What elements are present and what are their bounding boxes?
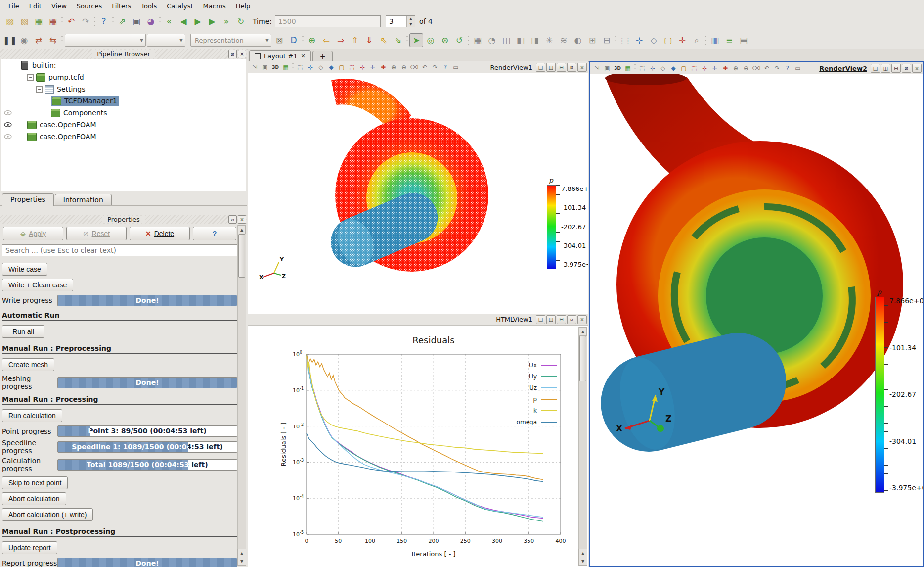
render-view-1[interactable]: X Y Z p 7.866e+00 -101.34 -202.67 xyxy=(248,73,588,314)
new-layout-tab[interactable]: + xyxy=(312,51,333,61)
search-input[interactable] xyxy=(2,244,237,256)
maximize-view-icon[interactable]: □ xyxy=(871,64,880,73)
hover-points-icon[interactable]: ✚ xyxy=(720,63,730,73)
tree-row-case-openfoam-1[interactable]: case.OpenFOAM xyxy=(1,119,246,131)
select-frustum-points-icon[interactable]: ◆ xyxy=(326,62,336,72)
favorites-icon[interactable]: ⇄ xyxy=(32,33,45,47)
screenshot-icon[interactable]: ▣ xyxy=(130,14,143,28)
menu-view[interactable]: View xyxy=(47,1,71,11)
split-vertical-icon[interactable]: ⊟ xyxy=(557,315,566,324)
color-palette-icon[interactable]: ◕ xyxy=(144,14,158,28)
color-legend-icon[interactable]: ▥ xyxy=(708,33,722,47)
tab-properties[interactable]: Properties xyxy=(2,193,54,206)
tree-row-pump-tcfd[interactable]: − pump.tcfd xyxy=(1,71,246,83)
export-scene-icon[interactable]: ⇲ xyxy=(250,62,260,72)
write-clean-case-button[interactable]: Write + Clean case xyxy=(2,279,73,291)
collapse-icon[interactable]: − xyxy=(36,86,43,93)
zoom-to-box-icon[interactable]: ⌕ xyxy=(690,33,704,47)
pause-icon[interactable]: ❚❚ xyxy=(3,33,17,47)
color-by-combo[interactable]: ▼ xyxy=(65,34,146,47)
interactive-select-points-icon[interactable]: ⊹ xyxy=(357,62,367,72)
question-icon[interactable]: ? xyxy=(783,63,792,73)
html-view[interactable]: 10010-110-210-310-410-505010015020025030… xyxy=(248,325,588,567)
separate-color-map-icon[interactable]: ▤ xyxy=(737,33,750,47)
interactive-select-cells-icon[interactable]: ⬚ xyxy=(689,63,699,73)
scroll-down-icon[interactable]: ▼ xyxy=(237,557,246,566)
time-input[interactable]: 1500 xyxy=(275,15,381,27)
toggle-3d-icon[interactable]: 3D xyxy=(270,62,280,72)
apply-button[interactable]: ⬙Apply xyxy=(3,227,63,240)
set-view-minus-y-icon[interactable]: ⇓ xyxy=(362,33,376,47)
frame-spinbox[interactable]: 3 ▲▼ xyxy=(386,15,415,27)
first-frame-icon[interactable]: « xyxy=(162,14,176,28)
float-panel-icon[interactable]: ⧄ xyxy=(228,50,237,58)
scrollbar-thumb[interactable] xyxy=(238,234,245,278)
properties-scrollbar[interactable]: ▲ ▲ ▼ xyxy=(237,225,246,566)
camera-undo-icon[interactable]: ↶ xyxy=(420,62,430,72)
connect-icon[interactable]: ◉ xyxy=(17,33,31,47)
capture-screenshot-icon[interactable]: ▣ xyxy=(602,63,612,73)
popout-view-icon[interactable]: ⧄ xyxy=(567,63,576,72)
camera-redo-icon[interactable]: ↷ xyxy=(772,63,782,73)
export-scene-icon[interactable]: ⇲ xyxy=(592,63,602,73)
frame-down-icon[interactable]: ▼ xyxy=(407,21,415,27)
component-combo[interactable]: ▼ xyxy=(147,34,185,47)
toggle-3d-icon[interactable]: 3D xyxy=(613,63,622,73)
abort-calculation-write-button[interactable]: Abort calculation (+ write) xyxy=(2,508,93,521)
close-layout-icon[interactable]: ✕ xyxy=(301,53,306,59)
select-frustum-points-icon[interactable]: ◆ xyxy=(668,63,678,73)
select-frustum-cells-icon[interactable]: ◇ xyxy=(658,63,668,73)
maximize-view-icon[interactable]: □ xyxy=(536,315,545,324)
previous-frame-icon[interactable]: ◀ xyxy=(176,14,190,28)
render-view-2[interactable]: X Y Z p 7.866e+0 -101.34 xyxy=(590,74,923,566)
delete-button[interactable]: ✕Delete xyxy=(130,227,190,240)
split-vertical-icon[interactable]: ⊟ xyxy=(557,63,566,72)
split-vertical-icon[interactable]: ⊟ xyxy=(891,64,901,73)
select-surface-cells-icon[interactable]: ⬚ xyxy=(295,62,305,72)
rescale-data-icon[interactable]: D xyxy=(287,33,301,47)
interactive-select-points-icon[interactable]: ⊹ xyxy=(700,63,709,73)
set-view-minus-z-icon[interactable]: ⇘ xyxy=(391,33,405,47)
interactive-select-cells-icon[interactable]: ⬚ xyxy=(347,62,357,72)
tree-row-components[interactable]: Components xyxy=(1,107,246,119)
question-icon[interactable]: ? xyxy=(440,62,450,72)
menu-sources[interactable]: Sources xyxy=(72,1,106,11)
select-surface-points-icon[interactable]: ⊹ xyxy=(648,63,658,73)
trash-icon[interactable]: ▭ xyxy=(451,62,461,72)
close-view-icon[interactable]: × xyxy=(577,63,587,72)
set-view-plus-z-icon[interactable]: ⇖ xyxy=(377,33,391,47)
interactive-select-icon[interactable]: ✛ xyxy=(675,33,689,47)
eye-icon[interactable] xyxy=(4,110,12,115)
rescale-range-icon[interactable]: ⊠ xyxy=(272,33,286,47)
spreadsheet-icon[interactable]: ▦ xyxy=(471,33,484,47)
hover-cells-icon[interactable]: ✛ xyxy=(710,63,720,73)
menu-filters[interactable]: Filters xyxy=(107,1,135,11)
save-data-icon[interactable]: ▧ xyxy=(17,14,31,28)
clear-selection-icon[interactable]: ⌫ xyxy=(751,63,761,73)
slice-icon[interactable]: ◫ xyxy=(499,33,513,47)
scroll-up-icon[interactable]: ▲ xyxy=(238,225,246,234)
skip-to-next-point-button[interactable]: Skip to next point xyxy=(2,476,68,489)
menu-file[interactable]: File xyxy=(4,1,24,11)
layout-tab-1[interactable]: Layout #1 ✕ xyxy=(249,50,311,61)
split-horizontal-icon[interactable]: ◫ xyxy=(546,315,556,324)
rescale-custom-icon[interactable]: ⊕ xyxy=(305,33,319,47)
set-view-minus-x-icon[interactable]: ⇒ xyxy=(334,33,348,47)
background-icon[interactable]: ▦ xyxy=(623,63,633,73)
help-icon[interactable]: ? xyxy=(97,14,111,28)
last-frame-icon[interactable]: » xyxy=(220,14,233,28)
warp-icon[interactable]: ◐ xyxy=(571,33,585,47)
select-cells-on-icon[interactable]: ⬚ xyxy=(618,33,632,47)
eye-icon[interactable] xyxy=(4,122,12,127)
split-horizontal-icon[interactable]: ◫ xyxy=(881,64,890,73)
help-button[interactable]: ? xyxy=(193,227,236,240)
stream-tracer-icon[interactable]: ≋ xyxy=(557,33,571,47)
tab-information[interactable]: Information xyxy=(55,194,112,205)
clear-selection-icon[interactable]: ⌫ xyxy=(409,62,419,72)
grow-selection-icon[interactable]: ⊕ xyxy=(731,63,741,73)
close-panel-icon[interactable]: × xyxy=(238,50,246,58)
edit-color-map-icon[interactable]: ≡ xyxy=(722,33,736,47)
representation-combo[interactable]: Representation▼ xyxy=(190,34,271,47)
glyph-icon[interactable]: ✳ xyxy=(542,33,556,47)
shrink-selection-icon[interactable]: ⊖ xyxy=(741,63,751,73)
